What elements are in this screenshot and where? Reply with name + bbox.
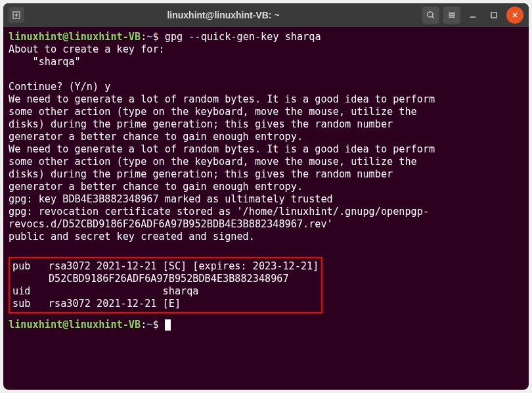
svg-point-3	[428, 12, 433, 17]
svg-line-4	[432, 16, 434, 18]
key-info-highlight: pub rsa3072 2021-12-21 [SC] [expires: 20…	[9, 257, 322, 313]
maximize-button[interactable]	[485, 7, 502, 24]
cursor	[165, 319, 171, 331]
output-trusted: gpg: key BDB4E3B882348967 marked as ulti…	[9, 193, 333, 205]
output-revoc: gpg: revocation certificate stored as '/…	[9, 206, 429, 230]
titlebar-controls	[422, 7, 523, 24]
prompt-symbol: $	[152, 31, 158, 43]
key-sub: sub rsa3072 2021-12-21 [E]	[12, 298, 181, 310]
close-icon	[511, 11, 519, 19]
output-random1: We need to generate a lot of random byte…	[9, 93, 435, 143]
key-uid: uid sharqa	[12, 285, 198, 297]
hamburger-icon	[447, 11, 456, 20]
menu-button[interactable]	[443, 7, 460, 24]
output-continue: Continue? (Y/n) y	[9, 81, 110, 93]
output-random2: We need to generate a lot of random byte…	[9, 143, 435, 193]
new-tab-button[interactable]	[9, 7, 24, 23]
command-text: gpg --quick-gen-key sharqa	[165, 31, 321, 43]
prompt-user-2: linuxhint@linuxhint-VB	[9, 319, 141, 331]
search-icon	[426, 11, 435, 20]
output-about: About to create a key for:	[9, 43, 165, 55]
maximize-icon	[490, 11, 498, 19]
prompt-user: linuxhint@linuxhint-VB	[9, 31, 141, 43]
minimize-button[interactable]	[464, 7, 481, 24]
output-created: public and secret key created and signed…	[9, 231, 255, 243]
minimize-icon	[469, 11, 477, 19]
svg-rect-9	[491, 12, 497, 18]
close-button[interactable]	[506, 7, 523, 24]
titlebar[interactable]: linuxhint@linuxhint-VB: ~	[3, 3, 529, 27]
key-pub: pub rsa3072 2021-12-21 [SC] [expires: 20…	[12, 260, 319, 272]
key-fingerprint: D52CBD9186F26ADF6A97B952BDB4E3B882348967	[12, 273, 289, 285]
window-title: linuxhint@linuxhint-VB: ~	[30, 10, 417, 20]
search-button[interactable]	[422, 7, 439, 24]
output-keyname: "sharqa"	[9, 56, 81, 68]
plus-icon	[12, 11, 21, 20]
terminal-window: linuxhint@linuxhint-VB: ~	[3, 3, 529, 390]
terminal-body[interactable]: linuxhint@linuxhint-VB:~$ gpg --quick-ge…	[3, 27, 529, 390]
prompt-colon: :	[141, 31, 146, 43]
